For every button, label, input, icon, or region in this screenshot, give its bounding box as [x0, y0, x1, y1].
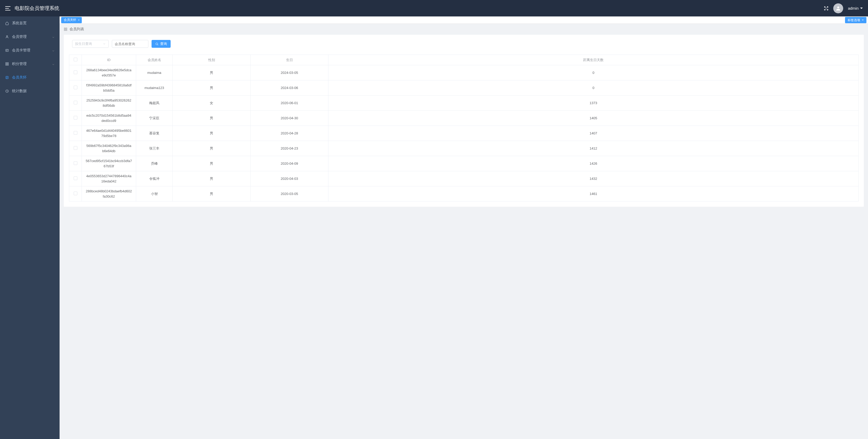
close-icon[interactable]: ×: [78, 18, 80, 22]
cell-name: mudaima: [136, 65, 173, 80]
caret-down-icon: [862, 20, 864, 21]
tab-label: 会员关怀: [64, 18, 76, 22]
sidebar-item-home[interactable]: 系统首页: [0, 16, 60, 30]
avatar[interactable]: [833, 3, 843, 13]
col-days: 距离生日天数: [329, 55, 859, 65]
card-icon: [5, 48, 9, 52]
home-icon: [5, 22, 9, 25]
svg-line-19: [158, 45, 158, 45]
cell-days: 1461: [329, 187, 859, 202]
row-checkbox[interactable]: [74, 116, 78, 120]
table-row: 288bced48b0243bdaefb4d602fa30c62小智男2020-…: [69, 187, 859, 202]
menu-toggle-icon[interactable]: [5, 6, 10, 10]
row-checkbox[interactable]: [74, 131, 78, 135]
caret-down-icon: [860, 7, 863, 9]
select-all-checkbox[interactable]: [74, 58, 78, 61]
cell-birthday: 2020-04-03: [251, 171, 329, 187]
cell-name: 慕容复: [136, 126, 173, 141]
svg-rect-7: [6, 64, 7, 65]
table-row: 569b67f5c340462f9c343a98ab6e64db张三丰男2020…: [69, 141, 859, 156]
svg-point-0: [837, 6, 839, 8]
sidebar-item-label: 会员管理: [12, 34, 52, 39]
cell-id: 4e0553653d27447896440c4a16eda042: [82, 171, 136, 187]
birthday-select[interactable]: 按生日查询: [72, 40, 109, 48]
row-checkbox[interactable]: [74, 101, 78, 104]
cell-name: 宁采臣: [136, 111, 173, 126]
cell-days: 1405: [329, 111, 859, 126]
cell-birthday: 2024-03-05: [251, 65, 329, 80]
tab-options-button[interactable]: 标签选项: [845, 17, 866, 23]
cell-birthday: 2020-06-01: [251, 96, 329, 111]
row-checkbox[interactable]: [74, 161, 78, 165]
svg-rect-8: [7, 64, 8, 65]
table-row: f3f4992a59bf4396845818a6dfb0dd5amudaima1…: [69, 80, 859, 96]
cell-name: 梅超风: [136, 96, 173, 111]
top-header: 电影院会员管理系统 admin: [0, 0, 868, 16]
cell-birthday: 2020-04-30: [251, 111, 329, 126]
sidebar: 系统首页会员管理会员卡管理积分管理会员关怀统计数据: [0, 16, 60, 439]
sidebar-item-label: 会员卡管理: [12, 48, 52, 53]
sidebar-item-card[interactable]: 会员卡管理: [0, 43, 60, 57]
row-checkbox[interactable]: [74, 146, 78, 150]
tabs-bar: 会员关怀 × 标签选项: [60, 16, 868, 24]
user-menu[interactable]: admin: [848, 6, 863, 10]
name-input[interactable]: [115, 42, 146, 46]
sidebar-item-care[interactable]: 会员关怀: [0, 71, 60, 84]
svg-point-1: [6, 35, 8, 37]
cell-id: 288bced48b0243bdaefb4d602fa30c62: [82, 187, 136, 202]
col-gender: 性别: [173, 55, 251, 65]
chevron-down-icon: [52, 63, 54, 65]
col-name: 会员姓名: [136, 55, 173, 65]
cell-gender: 男: [173, 141, 251, 156]
cell-birthday: 2020-04-09: [251, 156, 329, 171]
row-checkbox[interactable]: [74, 70, 78, 74]
cell-gender: 男: [173, 126, 251, 141]
chevron-down-icon: [52, 49, 54, 52]
table-row: edc5c2070d154561b8d5aa94ded0ccd9宁采臣男2020…: [69, 111, 859, 126]
fullscreen-icon[interactable]: [824, 6, 829, 11]
row-checkbox[interactable]: [74, 176, 78, 180]
cell-gender: 男: [173, 80, 251, 96]
cell-birthday: 2020-04-28: [251, 126, 329, 141]
cell-id: f3f4992a59bf4396845818a6dfb0dd5a: [82, 80, 136, 96]
cell-id: 2525943c9c0f4f6a9530262628df56db: [82, 96, 136, 111]
svg-rect-5: [6, 63, 7, 64]
sidebar-item-points[interactable]: 积分管理: [0, 57, 60, 71]
row-checkbox[interactable]: [74, 86, 78, 89]
cell-days: 0: [329, 65, 859, 80]
cell-gender: 男: [173, 187, 251, 202]
table-row: 2525943c9c0f4f6a9530262628df56db梅超风女2020…: [69, 96, 859, 111]
cell-id: edc5c2070d154561b8d5aa94ded0ccd9: [82, 111, 136, 126]
svg-rect-17: [66, 30, 67, 31]
cell-birthday: 2020-03-05: [251, 187, 329, 202]
cell-gender: 男: [173, 65, 251, 80]
cell-days: 1426: [329, 156, 859, 171]
content-panel: 按生日查询 查询 ID: [64, 35, 864, 207]
sidebar-item-member[interactable]: 会员管理: [0, 30, 60, 43]
cell-days: 1373: [329, 96, 859, 111]
breadcrumb: 会员列表: [60, 24, 868, 35]
svg-rect-15: [66, 28, 67, 29]
tab-member-care[interactable]: 会员关怀 ×: [61, 17, 82, 23]
care-icon: [5, 76, 9, 79]
col-id: ID: [82, 55, 136, 65]
members-table: ID 会员姓名 性别 生日 距离生日天数 268a6134bee34ed9826…: [69, 55, 859, 202]
cell-birthday: 2024-03-06: [251, 80, 329, 96]
row-checkbox[interactable]: [74, 192, 78, 195]
search-button[interactable]: 查询: [152, 40, 170, 48]
cell-gender: 男: [173, 156, 251, 171]
chevron-down-icon: [103, 42, 106, 45]
sidebar-item-label: 积分管理: [12, 62, 52, 66]
cell-id: 567ced95cf1541bc94ccb3dfa767b53f: [82, 156, 136, 171]
cell-days: 1432: [329, 171, 859, 187]
sidebar-item-stats[interactable]: 统计数据: [0, 84, 60, 98]
cell-name: 张三丰: [136, 141, 173, 156]
member-icon: [5, 35, 9, 39]
table-row: 567ced95cf1541bc94ccb3dfa767b53f乔峰男2020-…: [69, 156, 859, 171]
sidebar-item-label: 统计数据: [12, 89, 54, 94]
table-row: 268a6134bee34ed9826e5dcae9cf357emudaima男…: [69, 65, 859, 80]
cell-gender: 女: [173, 96, 251, 111]
table-row: 467e64ae0d1d440495be860179d5be78慕容复男2020…: [69, 126, 859, 141]
points-icon: [5, 62, 9, 66]
app-title: 电影院会员管理系统: [14, 5, 59, 12]
